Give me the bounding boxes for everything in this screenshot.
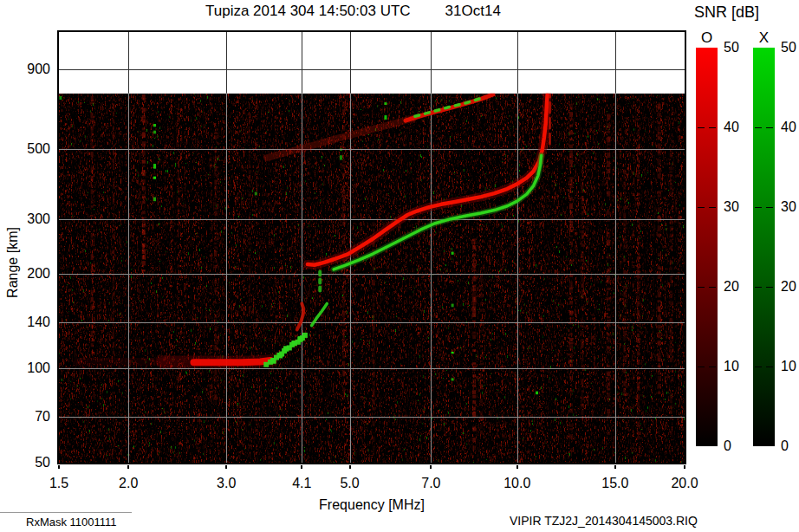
y-tick-label: 140 [0,315,50,330]
colorbar-tick-label: 30 [781,199,799,215]
colorbar-tick-label: 30 [724,199,750,215]
x-tick-mark [225,465,227,469]
colorbar-tick-label: 20 [781,279,799,295]
colorbar-tick-mark [709,127,716,128]
x-tick-label: 2.0 [107,476,150,491]
x-axis-title: Frequency [MHz] [285,497,458,513]
plot-title: Tupiza 2014 304 14:50:03 UTC31Oct14 [205,3,501,20]
y-tick-label: 70 [0,409,50,425]
x-tick-mark [301,465,302,469]
colorbar-tick-label: 20 [724,279,750,295]
colorbar-tick-mark [755,127,762,128]
x-tick-label: 4.1 [280,476,323,491]
colorbar-O [696,48,718,446]
colorbar-X [753,48,775,446]
colorbar-tick-label: 10 [724,359,750,374]
x-tick-mark [127,465,129,469]
x-tick-label: 15.0 [594,476,637,491]
colorbar-mode-label-X: X [751,29,776,47]
x-tick-label: 3.0 [205,476,248,491]
colorbar-tick-mark [766,367,773,367]
x-tick-mark [430,465,432,469]
plot-area [57,30,686,464]
colorbar-tick-label: 40 [724,120,750,135]
filename-label: VIPIR TZJ2J_2014304145003.RIQ [510,514,698,528]
x-tick-mark [614,465,616,469]
colorbar-tick-mark [709,207,716,208]
y-tick-label: 200 [0,266,50,282]
colorbar-tick-mark [766,207,773,208]
colorbar-tick-label: 10 [781,359,799,374]
plot-title-main: Tupiza 2014 304 14:50:03 UTC [205,3,411,19]
y-tick-label: 500 [0,141,50,157]
colorbar-tick-mark [766,127,773,128]
y-tick-label: 50 [0,455,50,470]
y-tick-label: 900 [0,62,50,77]
colorbar-tick-mark [698,127,705,128]
rxmask-label: RxMask 11001111 [26,516,117,529]
y-axis-title: Range [km] [5,217,23,308]
colorbar-tick-label: 0 [724,438,750,454]
x-tick-label: 1.5 [37,476,81,491]
plot-title-date: 31Oct14 [445,3,501,19]
y-tick-label: 100 [0,360,50,376]
ionogram-page: Tupiza 2014 304 14:50:03 UTC31Oct14 SNR … [0,0,799,532]
colorbar-tick-mark [755,367,762,367]
snr-scale-title: SNR [dB] [694,3,759,22]
x-tick-mark [684,465,685,469]
colorbar-tick-mark [755,207,762,208]
x-tick-label: 10.0 [496,476,539,491]
colorbar-tick-mark [709,287,716,288]
y-tick-label: 300 [0,211,50,227]
x-tick-label: 7.0 [409,476,452,491]
colorbar-tick-label: 40 [781,120,799,135]
colorbar-mode-label-O: O [694,29,719,47]
colorbar-tick-label: 50 [724,40,750,55]
colorbar-tick-label: 0 [781,438,799,454]
colorbar-tick-mark [698,367,705,367]
x-tick-mark [349,465,351,469]
colorbar-tick-mark [698,287,705,288]
x-tick-label: 5.0 [328,476,372,491]
colorbar-tick-mark [755,287,762,288]
x-tick-mark [58,465,60,469]
x-tick-mark [516,465,518,469]
colorbar-tick-mark [766,287,773,288]
colorbar-tick-mark [698,207,705,208]
colorbar-tick-label: 50 [781,40,799,55]
ionogram-canvas [59,32,685,463]
colorbar-tick-mark [709,367,716,367]
footer-divider [0,512,132,513]
x-tick-label: 20.0 [663,476,706,491]
